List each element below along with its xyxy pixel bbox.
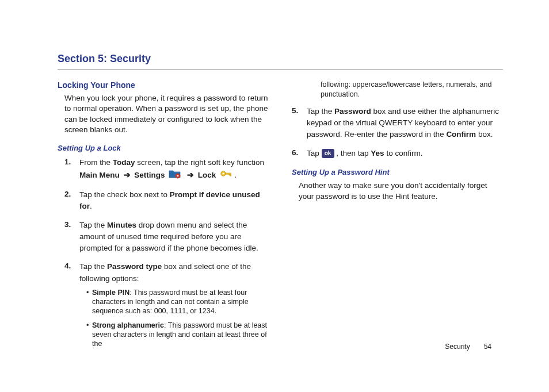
step-number: 3. xyxy=(64,220,79,255)
step-5: 5. Tap the Password box and use either t… xyxy=(292,106,503,141)
text: . xyxy=(234,171,237,179)
text: . xyxy=(90,202,92,210)
ordered-steps-right: 5. Tap the Password box and use either t… xyxy=(292,106,503,159)
bullet-text: Strong alphanumeric: This password must … xyxy=(92,321,269,349)
main-menu-label: Main Menu xyxy=(79,171,120,179)
step-text: Tap the Password type box and select one… xyxy=(79,261,269,353)
today-label: Today xyxy=(113,158,135,167)
key-icon xyxy=(220,169,232,182)
footer-section: Security xyxy=(445,343,470,351)
step-1: 1. From the Today screen, tap the right … xyxy=(64,157,269,183)
text: , then tap xyxy=(336,149,371,157)
step-3: 3. Tap the Minutes drop down menu and se… xyxy=(64,220,269,255)
text: screen, tap the right soft key function xyxy=(135,158,264,167)
bullet-item: • Simple PIN: This password must be at l… xyxy=(86,288,269,316)
bullet-text: Simple PIN: This password must be at lea… xyxy=(92,288,269,316)
svg-rect-10 xyxy=(230,174,231,176)
text: Tap the check box next to xyxy=(79,190,170,199)
text: Tap the xyxy=(79,221,107,229)
yes-label: Yes xyxy=(371,149,384,157)
svg-point-1 xyxy=(177,175,179,176)
step-text: Tap the Minutes drop down menu and selec… xyxy=(79,220,269,255)
heading-password-hint: Setting Up a Password Hint xyxy=(292,167,503,178)
step-4: 4. Tap the Password type box and select … xyxy=(64,261,269,353)
confirm-label: Confirm xyxy=(446,130,476,139)
page-footer: Security54 xyxy=(445,342,491,351)
text: Tap the xyxy=(307,107,334,116)
bullet-list: • Simple PIN: This password must be at l… xyxy=(86,288,269,349)
text: Tap xyxy=(307,149,322,157)
step-text: Tap the check box next to Prompt if devi… xyxy=(79,189,269,213)
svg-rect-9 xyxy=(229,174,230,176)
bullet-item: • Strong alphanumeric: This password mus… xyxy=(86,321,269,349)
right-column: following: uppercase/lowercase letters, … xyxy=(292,80,503,355)
left-column: Locking Your Phone When you lock your ph… xyxy=(58,80,269,355)
text: to confirm. xyxy=(384,149,423,157)
settings-label: Settings xyxy=(134,171,165,179)
password-label: Password xyxy=(334,107,371,116)
step-6: 6. Tap ok , then tap Yes to confirm. xyxy=(292,148,503,159)
hint-paragraph: Another way to make sure you don't accid… xyxy=(299,180,503,201)
text: box. xyxy=(476,130,493,139)
step-number: 2. xyxy=(64,189,79,213)
text: Tap the xyxy=(79,262,107,271)
bullet-dot: • xyxy=(86,288,92,316)
arrow-icon: ➔ xyxy=(185,171,196,179)
section-title: Section 5: Security xyxy=(58,52,503,66)
simple-pin-label: Simple PIN xyxy=(92,289,129,297)
ordered-steps-left: 1. From the Today screen, tap the right … xyxy=(64,157,269,353)
intro-paragraph: When you lock your phone, it requires a … xyxy=(64,93,269,135)
heading-locking-phone: Locking Your Phone xyxy=(58,80,269,91)
text: From the xyxy=(79,158,113,167)
bullet-dot: • xyxy=(86,321,92,349)
step-text: From the Today screen, tap the right sof… xyxy=(79,157,269,183)
step-2: 2. Tap the check box next to Prompt if d… xyxy=(64,189,269,213)
arrow-icon: ➔ xyxy=(122,171,132,179)
step-number: 1. xyxy=(64,157,79,183)
page: Section 5: Security Locking Your Phone W… xyxy=(0,0,549,367)
settings-folder-icon xyxy=(169,168,181,182)
svg-point-7 xyxy=(223,172,224,174)
ok-icon: ok xyxy=(322,149,334,158)
continuation-text: following: uppercase/lowercase letters, … xyxy=(321,80,503,99)
step-number: 6. xyxy=(292,148,307,159)
minutes-label: Minutes xyxy=(107,221,136,229)
footer-page-number: 54 xyxy=(484,343,491,351)
lock-label: Lock xyxy=(198,171,216,179)
step-text: Tap ok , then tap Yes to confirm. xyxy=(307,148,503,159)
password-type-label: Password type xyxy=(107,262,162,271)
step-number: 5. xyxy=(292,106,307,141)
strong-alpha-label: Strong alphanumeric xyxy=(92,321,164,329)
step-text: Tap the Password box and use either the … xyxy=(307,106,503,141)
step-number: 4. xyxy=(64,261,79,353)
heading-setting-up-lock: Setting Up a Lock xyxy=(58,143,269,153)
two-column-layout: Locking Your Phone When you lock your ph… xyxy=(58,80,503,355)
divider xyxy=(58,69,503,70)
